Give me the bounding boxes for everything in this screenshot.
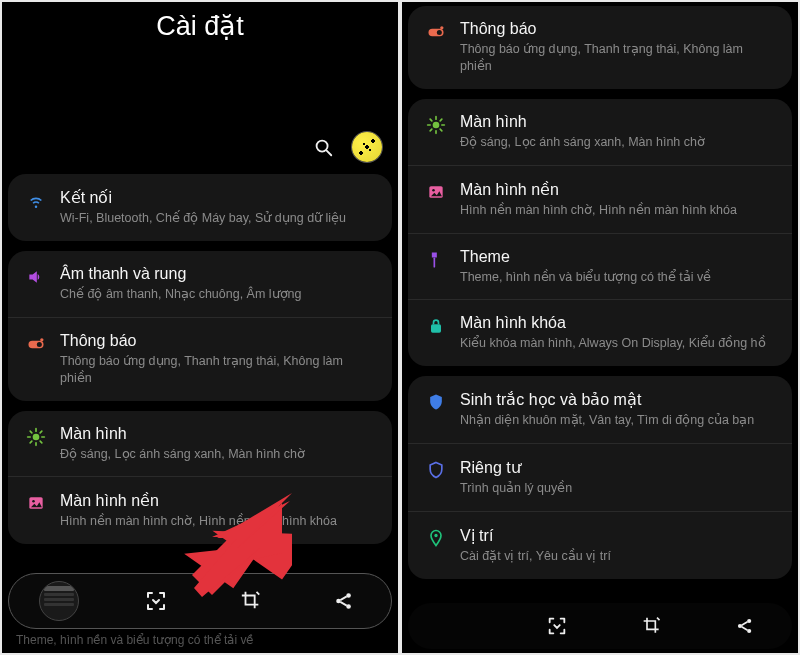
settings-item-wallpaper[interactable]: Màn hình nềnHình nền màn hình chờ, Hình … <box>8 477 392 544</box>
settings-item-location[interactable]: Vị tríCài đặt vị trí, Yêu cầu vị trí <box>408 512 792 579</box>
item-subtitle: Thông báo ứng dụng, Thanh trạng thái, Kh… <box>460 41 776 75</box>
item-subtitle: Trình quản lý quyền <box>460 480 776 497</box>
settings-group: Màn hìnhĐộ sáng, Lọc ánh sáng xanh, Màn … <box>8 411 392 545</box>
brush-icon <box>422 250 450 270</box>
settings-item-display[interactable]: Màn hìnhĐộ sáng, Lọc ánh sáng xanh, Màn … <box>408 99 792 166</box>
item-title: Riêng tư <box>460 458 776 477</box>
wifi-icon <box>22 190 50 210</box>
settings-item-wallpaper[interactable]: Màn hình nềnHình nền màn hình chờ, Hình … <box>408 166 792 234</box>
item-title: Sinh trắc học và bảo mật <box>460 390 776 409</box>
share-button[interactable] <box>327 584 361 618</box>
shield-outline-icon <box>422 460 450 480</box>
item-subtitle: Cài đặt vị trí, Yêu cầu vị trí <box>460 548 776 565</box>
shield-icon <box>422 392 450 412</box>
image-icon <box>22 493 50 513</box>
item-subtitle: Độ sáng, Lọc ánh sáng xanh, Màn hình chờ <box>60 446 376 463</box>
crop-button[interactable] <box>636 610 668 642</box>
settings-group: Kết nốiWi-Fi, Bluetooth, Chế độ Máy bay,… <box>8 174 392 241</box>
item-subtitle: Chế độ âm thanh, Nhạc chuông, Âm lượng <box>60 286 376 303</box>
search-button[interactable] <box>312 136 334 158</box>
settings-item-biometrics[interactable]: Sinh trắc học và bảo mậtNhận diện khuôn … <box>408 376 792 444</box>
screenshot-thumbnail[interactable] <box>39 581 79 621</box>
page-title: Cài đặt <box>2 2 398 42</box>
item-title: Kết nối <box>60 188 376 207</box>
share-button[interactable] <box>729 610 761 642</box>
partial-row-text: Theme, hình nền và biểu tượng có thể tải… <box>16 633 384 647</box>
settings-item-theme[interactable]: ThemeTheme, hình nền và biểu tượng có th… <box>408 234 792 301</box>
image-icon <box>422 182 450 202</box>
item-subtitle: Độ sáng, Lọc ánh sáng xanh, Màn hình chờ <box>460 134 776 151</box>
settings-item-notifications[interactable]: Thông báoThông báo ứng dụng, Thanh trạng… <box>8 318 392 401</box>
settings-item-lockscreen[interactable]: Màn hình khóaKiểu khóa màn hình, Always … <box>408 300 792 366</box>
item-title: Màn hình <box>460 113 776 131</box>
settings-screen-right: Thông báoThông báo ứng dụng, Thanh trạng… <box>402 2 798 653</box>
brightness-icon <box>422 115 450 135</box>
pin-icon <box>422 528 450 548</box>
item-subtitle: Thông báo ứng dụng, Thanh trạng thái, Kh… <box>60 353 376 387</box>
toggle-icon <box>22 334 50 354</box>
settings-group: Sinh trắc học và bảo mậtNhận diện khuôn … <box>408 376 792 579</box>
item-subtitle: Kiểu khóa màn hình, Always On Display, K… <box>460 335 776 352</box>
crop-button[interactable] <box>234 584 268 618</box>
item-subtitle: Theme, hình nền và biểu tượng có thể tải… <box>460 269 776 286</box>
item-subtitle: Nhận diện khuôn mặt, Vân tay, Tìm di độn… <box>460 412 776 429</box>
screenshot-toolbar <box>8 573 392 629</box>
item-subtitle: Wi-Fi, Bluetooth, Chế độ Máy bay, Sử dụn… <box>60 210 376 227</box>
scroll-capture-button[interactable] <box>138 583 174 619</box>
settings-screen-left: Cài đặt Kết nốiWi-Fi, Bluetooth, Chế độ … <box>2 2 398 653</box>
lock-icon <box>422 316 450 336</box>
speaker-icon <box>22 267 50 287</box>
settings-item-privacy[interactable]: Riêng tưTrình quản lý quyền <box>408 444 792 512</box>
screenshot-toolbar <box>408 603 792 649</box>
account-avatar[interactable] <box>352 132 382 162</box>
settings-item-notifications[interactable]: Thông báoThông báo ứng dụng, Thanh trạng… <box>408 6 792 89</box>
settings-item-connections[interactable]: Kết nốiWi-Fi, Bluetooth, Chế độ Máy bay,… <box>8 174 392 241</box>
brightness-icon <box>22 427 50 447</box>
item-title: Màn hình khóa <box>460 314 776 332</box>
settings-item-display[interactable]: Màn hìnhĐộ sáng, Lọc ánh sáng xanh, Màn … <box>8 411 392 478</box>
settings-group: Âm thanh và rungChế độ âm thanh, Nhạc ch… <box>8 251 392 401</box>
item-title: Thông báo <box>460 20 776 38</box>
item-title: Âm thanh và rung <box>60 265 376 283</box>
toggle-icon <box>422 22 450 42</box>
settings-item-sound[interactable]: Âm thanh và rungChế độ âm thanh, Nhạc ch… <box>8 251 392 318</box>
item-subtitle: Hình nền màn hình chờ, Hình nền màn hình… <box>60 513 376 530</box>
settings-group: Màn hìnhĐộ sáng, Lọc ánh sáng xanh, Màn … <box>408 99 792 367</box>
item-title: Vị trí <box>460 526 776 545</box>
item-title: Màn hình <box>60 425 376 443</box>
item-title: Theme <box>460 248 776 266</box>
item-subtitle: Hình nền màn hình chờ, Hình nền màn hình… <box>460 202 776 219</box>
header-actions <box>2 132 398 162</box>
item-title: Thông báo <box>60 332 376 350</box>
item-title: Màn hình nền <box>460 180 776 199</box>
scroll-capture-button[interactable] <box>540 609 574 643</box>
settings-group: Thông báoThông báo ứng dụng, Thanh trạng… <box>408 6 792 89</box>
item-title: Màn hình nền <box>60 491 376 510</box>
